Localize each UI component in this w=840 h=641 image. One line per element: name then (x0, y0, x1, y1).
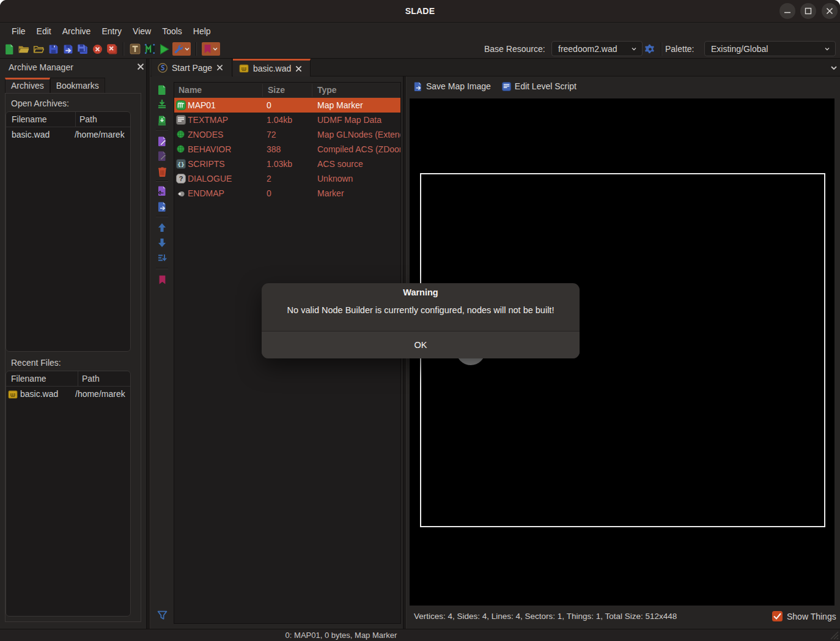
recent-file-filename: basic.wad (18, 387, 75, 402)
base-resource-group: Base Resource: (484, 39, 545, 58)
menu-file[interactable]: File (6, 23, 31, 39)
wrench-icon (174, 44, 183, 54)
svg-text:?: ? (179, 175, 183, 182)
save-map-image-button[interactable]: Save Map Image (413, 81, 491, 91)
entry-row-znodes[interactable]: ZNODES 72 Map GLNodes (Extended) (174, 127, 400, 142)
recent-files-list[interactable]: Filename Path basic.wad /home/marek (6, 371, 131, 617)
open-directory-icon[interactable] (32, 43, 45, 55)
menu-archive[interactable]: Archive (57, 23, 97, 39)
edit-level-script-button[interactable]: Edit Level Script (502, 81, 577, 91)
entry-size: 2 (267, 171, 311, 186)
entry-bookmark-icon[interactable] (157, 275, 168, 286)
entry-move-up-icon[interactable] (157, 222, 168, 233)
column-divider[interactable] (312, 84, 312, 97)
entry-move-in-icon[interactable] (157, 185, 168, 196)
wrench-dropdown-button[interactable] (172, 42, 191, 56)
tab-archives[interactable]: Archives (5, 78, 50, 93)
maximize-icon (805, 7, 812, 15)
close-button[interactable] (822, 3, 838, 19)
column-header-filename[interactable]: Filename (6, 112, 75, 127)
menu-edit[interactable]: Edit (31, 23, 57, 39)
base-resource-settings-button[interactable] (644, 43, 655, 54)
resize-grip[interactable] (830, 631, 839, 640)
entry-rename-icon[interactable] (157, 136, 168, 147)
column-header-type[interactable]: Type (317, 83, 337, 98)
tab-basic-wad[interactable]: basic.wad (233, 59, 311, 76)
filter-icon[interactable] (157, 610, 168, 621)
entry-row-dialogue[interactable]: ? DIALOGUE 2 Unknown (174, 171, 400, 186)
map-info-bar: Vertices: 4, Sides: 4, Lines: 4, Sectors… (407, 606, 840, 629)
check-icon (773, 612, 782, 620)
entry-export-icon[interactable] (157, 201, 168, 212)
open-archive-icon[interactable] (18, 43, 30, 55)
open-archives-list[interactable]: Filename Path basic.wad /home/marek (6, 111, 131, 352)
entry-sort-icon[interactable] (157, 253, 168, 264)
maximize-button[interactable] (800, 3, 816, 19)
run-icon[interactable] (158, 43, 170, 55)
map-editor-icon[interactable] (144, 43, 156, 55)
palette-label: Palette: (665, 44, 694, 54)
column-header-size[interactable]: Size (268, 83, 285, 98)
palette-select[interactable]: Existing/Global (704, 41, 836, 56)
texture-editor-icon[interactable] (129, 43, 141, 55)
close-archive-icon[interactable] (91, 43, 103, 55)
base-resource-label: Base Resource: (484, 44, 545, 54)
entry-type: Compiled ACS (ZDoom) (317, 142, 400, 157)
entry-type: ACS source (317, 157, 400, 171)
ok-button[interactable]: OK (262, 332, 580, 358)
chevron-down-icon (824, 46, 830, 52)
minimize-icon (784, 7, 791, 15)
column-header-filename[interactable]: Filename (6, 371, 78, 386)
menu-entry[interactable]: Entry (96, 23, 127, 39)
entry-list-header: Name Size Type (174, 83, 400, 98)
menu-tools[interactable]: Tools (157, 23, 188, 39)
column-divider[interactable] (75, 112, 76, 127)
open-archives-label: Open Archives: (11, 97, 69, 109)
tab-bookmarks[interactable]: Bookmarks (50, 78, 105, 93)
entry-move-down-icon[interactable] (157, 237, 168, 248)
entry-row-endmap[interactable]: ENDMAP 0 Marker (174, 186, 400, 201)
column-divider[interactable] (78, 371, 78, 387)
new-entry-icon[interactable] (157, 84, 168, 95)
save-icon[interactable] (47, 43, 59, 55)
new-archive-icon[interactable] (3, 43, 15, 55)
menu-help[interactable]: Help (188, 23, 216, 39)
entry-row-scripts[interactable]: {} SCRIPTS 1.03kb ACS source (174, 157, 400, 171)
column-divider[interactable] (262, 84, 263, 97)
minimize-button[interactable] (779, 3, 795, 19)
base-resource-select[interactable]: freedoom2.wad (551, 41, 643, 56)
menu-view[interactable]: View (127, 23, 157, 39)
entry-rename-each-icon[interactable] (157, 150, 168, 161)
close-all-icon[interactable] (106, 43, 118, 55)
open-archive-row[interactable]: basic.wad /home/marek (6, 127, 130, 143)
nodes-icon (177, 130, 185, 138)
entry-type: Unknown (317, 171, 400, 186)
map-marker-icon (176, 100, 186, 110)
entry-type: UDMF Map Data (317, 113, 400, 127)
save-image-icon (413, 82, 422, 91)
tab-close-icon[interactable] (295, 65, 302, 72)
show-things-checkbox[interactable] (772, 611, 783, 621)
archive-manager-close-button[interactable] (136, 62, 146, 72)
entry-row-behavior[interactable]: BEHAVIOR 388 Compiled ACS (ZDoom) (174, 142, 400, 157)
entry-delete-icon[interactable] (157, 166, 168, 177)
save-all-icon[interactable] (76, 43, 89, 55)
toolbar-separator (196, 42, 197, 56)
panel-splitter[interactable] (146, 59, 150, 629)
column-header-path[interactable]: Path (78, 371, 100, 386)
entry-row-map01[interactable]: MAP01 0 Map Marker (174, 98, 400, 113)
entry-import-files-icon[interactable] (157, 115, 168, 126)
svg-text:{}: {} (177, 161, 184, 168)
tab-overflow-chevron-icon[interactable] (830, 64, 838, 72)
tab-close-icon[interactable] (216, 64, 223, 71)
recent-file-path: /home/marek (75, 387, 130, 402)
column-header-name[interactable]: Name (179, 83, 202, 98)
bookmark-dropdown-button[interactable] (202, 42, 220, 56)
entry-row-textmap[interactable]: TEXTMAP 1.04kb UDMF Map Data (174, 113, 400, 127)
tab-start-page[interactable]: Start Page (152, 59, 232, 76)
entry-import-icon[interactable] (157, 98, 168, 109)
recent-file-row[interactable]: basic.wad /home/marek (6, 387, 130, 402)
column-header-path[interactable]: Path (75, 112, 97, 127)
save-as-icon[interactable] (62, 43, 74, 55)
entry-type: Map GLNodes (Extended) (317, 127, 400, 142)
